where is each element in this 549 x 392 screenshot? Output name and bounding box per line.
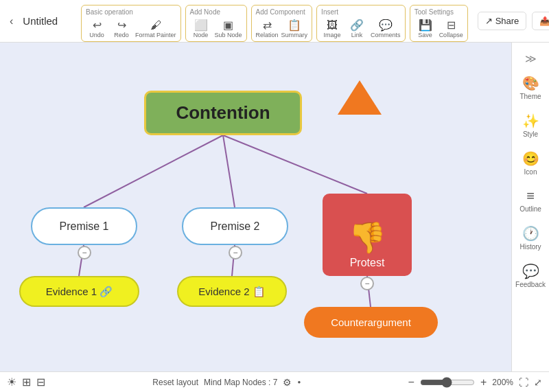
collapse-dot-protest[interactable]: − [360,277,374,290]
fullscreen-icon[interactable]: ⤢ [534,377,542,388]
icon-icon: 😊 [522,150,539,167]
sidebar-item-history[interactable]: 🕐 History [512,220,549,256]
redo-label: Redo [114,32,129,38]
header-left: ‹ Untitled [5,12,81,30]
sidebar-item-theme[interactable]: 🎨 Theme [512,69,549,106]
image-label: Image [324,32,341,38]
sidebar-item-icon[interactable]: 😊 Icon [512,145,549,181]
save-label: Save [418,32,432,38]
toolbar-group-tool-settings-label: Tool Settings [414,8,454,16]
theme-icon: 🎨 [522,75,539,91]
toolbar-group-add-component-label: Add Component [256,8,305,16]
thumbsdown-icon: 👎 [349,220,386,255]
outline-icon: ≡ [526,188,535,204]
grid-icon: ⊞ [22,376,31,389]
collapse-label: Collapse [439,32,463,38]
node-button[interactable]: ⬜ Node [190,19,212,38]
node-protest[interactable]: 👎 Protest [323,194,412,276]
fit-screen-icon[interactable]: ⛶ [519,377,528,388]
feedback-icon: 💬 [522,263,539,279]
undo-icon: ↩ [93,19,102,32]
toolbar-group-basic: Basic operation ↩ Undo ↪ Redo 🖌 Format P… [81,5,181,42]
settings-icon[interactable]: ⚙ [283,377,292,388]
sidebar-item-style[interactable]: ✨ Style [512,107,549,143]
toolbar-group-add-component: Add Component ⇄ Relation 📋 Summary [251,5,313,42]
comments-icon: 💬 [379,19,393,32]
node-counterargument[interactable]: Counterargument [304,307,438,338]
zoom-value-label: 200% [492,378,513,387]
share-button[interactable]: ↗ Share [478,12,527,30]
toolbar-group-basic-label: Basic operation [86,8,133,16]
arrow-up [338,80,382,115]
sidebar-item-feedback[interactable]: 💬 Feedback [512,257,549,294]
toolbar-group-insert: Insert 🖼 Image 🔗 Link 💬 Comments [316,5,406,42]
format-painter-label: Format Painter [135,32,176,38]
node-label: Node [194,32,209,38]
summary-label: Summary [281,32,308,38]
zoom-plus-button[interactable]: + [480,376,487,389]
summary-icon: 📋 [288,19,301,32]
document-title: Untitled [23,15,58,27]
relation-icon: ⇄ [263,19,272,32]
node-premise2[interactable]: Premise 2 [182,207,288,245]
toolbar-items-tool-settings: 💾 Save ⊟ Collapse [414,19,463,38]
node-premise1[interactable]: Premise 1 [31,207,137,245]
outline-label: Outline [519,205,541,213]
undo-button[interactable]: ↩ Undo [86,19,108,38]
image-button[interactable]: 🖼 Image [321,19,343,38]
toolbar-group-add-node-label: Add Node [190,8,220,16]
format-painter-button[interactable]: 🖌 Format Painter [135,19,176,38]
collapse-button[interactable]: ⊟ Collapse [439,19,463,38]
bottom-bar-left: ☀ ⊞ ⊟ [7,376,45,389]
link-button[interactable]: 🔗 Link [346,19,368,38]
history-icon: 🕐 [522,225,539,242]
counterargument-label: Counterargument [331,316,411,328]
sidebar-item-outline[interactable]: ≡ Outline [512,183,549,218]
sub-node-button[interactable]: ▣ Sub Node [215,19,242,38]
layout-icon: ⊟ [36,376,45,389]
link-icon: 🔗 [350,19,364,32]
icon-label: Icon [524,168,537,176]
export-button[interactable]: 📤 Export [532,12,549,30]
premise2-label: Premise 2 [210,220,259,233]
history-label: History [519,243,541,251]
zoom-minus-button[interactable]: − [408,376,414,389]
bottom-bar: ☀ ⊞ ⊟ Reset layout Mind Map Nodes : 7 ⚙ … [0,371,549,392]
svg-line-0 [84,135,223,207]
toolbar-items-add-node: ⬜ Node ▣ Sub Node [190,19,242,38]
contention-label: Contention [176,102,270,124]
node-evidence1[interactable]: Evidence 1 🔗 [19,276,139,307]
svg-line-2 [223,135,367,194]
header-right: ↗ Share 📤 Export [478,12,549,30]
save-button[interactable]: 💾 Save [414,19,436,38]
node-icon: ⬜ [194,19,208,32]
relation-button[interactable]: ⇄ Relation [256,19,279,38]
theme-label: Theme [519,93,541,100]
collapse-dot-premise1[interactable]: − [78,246,91,260]
header: ‹ Untitled Basic operation ↩ Undo ↪ Redo… [0,0,549,43]
toolbar-items-insert: 🖼 Image 🔗 Link 💬 Comments [321,19,401,38]
link-label: Link [351,32,363,38]
sidebar-right: ≫ 🎨 Theme ✨ Style 😊 Icon ≡ Outline 🕐 His… [511,43,549,371]
comments-button[interactable]: 💬 Comments [371,19,401,38]
redo-button[interactable]: ↪ Redo [110,19,132,38]
zoom-slider[interactable] [420,377,475,388]
node-contention[interactable]: Contention [144,91,302,135]
back-button[interactable]: ‹ [5,12,17,30]
collapse-icon: ⊟ [447,19,456,32]
sidebar-collapse-button[interactable]: ≫ [512,49,549,68]
evidence1-label: Evidence 1 🔗 [46,286,113,298]
toolbar: Basic operation ↩ Undo ↪ Redo 🖌 Format P… [81,0,472,42]
protest-label: Protest [350,257,385,269]
reset-layout-button[interactable]: Reset layout [152,378,198,387]
relation-label: Relation [256,32,279,38]
canvas[interactable]: Contention Premise 1 Premise 2 👎 Protest… [0,43,511,371]
bottom-bar-right: − + 200% ⛶ ⤢ [408,376,542,389]
node-evidence2[interactable]: Evidence 2 📋 [177,276,287,307]
summary-button[interactable]: 📋 Summary [281,19,308,38]
toolbar-group-add-node: Add Node ⬜ Node ▣ Sub Node [185,5,247,42]
feedback-label: Feedback [515,281,546,288]
share-label: Share [495,16,519,26]
collapse-dot-premise2[interactable]: − [229,246,242,260]
undo-label: Undo [89,32,104,38]
